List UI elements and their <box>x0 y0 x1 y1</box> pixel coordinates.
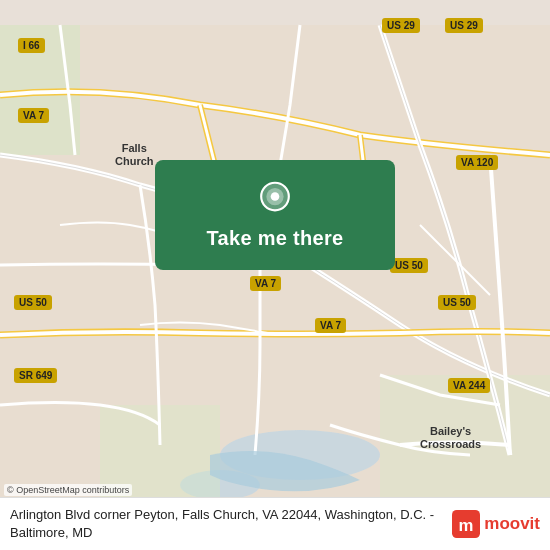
badge-va7-1: VA 7 <box>18 108 49 123</box>
badge-sr649: SR 649 <box>14 368 57 383</box>
badge-va7-2: VA 7 <box>250 276 281 291</box>
osm-attribution: © OpenStreetMap contributors <box>4 484 132 496</box>
label-falls-church: FallsChurch <box>115 142 154 168</box>
badge-us29-2: US 29 <box>445 18 483 33</box>
moovit-logo-icon: m <box>452 510 480 538</box>
badge-us50-2: US 50 <box>390 258 428 273</box>
badge-va120: VA 120 <box>456 155 498 170</box>
badge-va244: VA 244 <box>448 378 490 393</box>
label-baileys-crossroads: Bailey'sCrossroads <box>420 425 481 451</box>
address-text: Arlington Blvd corner Peyton, Falls Chur… <box>10 506 444 542</box>
map-roads <box>0 0 550 550</box>
location-pin-icon <box>256 181 294 219</box>
badge-us29-1: US 29 <box>382 18 420 33</box>
bottom-bar: Arlington Blvd corner Peyton, Falls Chur… <box>0 497 550 550</box>
svg-text:m: m <box>459 515 474 534</box>
moovit-logo-text: moovit <box>484 514 540 534</box>
take-me-there-label: Take me there <box>207 227 344 250</box>
take-me-there-button[interactable]: Take me there <box>155 160 395 270</box>
badge-va7-3: VA 7 <box>315 318 346 333</box>
badge-i66-left: I 66 <box>18 38 45 53</box>
badge-us50-1: US 50 <box>14 295 52 310</box>
svg-point-9 <box>271 192 280 201</box>
badge-us50-3: US 50 <box>438 295 476 310</box>
address-label: Arlington Blvd corner Peyton, Falls Chur… <box>10 507 434 540</box>
moovit-logo: m moovit <box>452 510 540 538</box>
map-container: I 66 I 66 US 29 US 29 VA 7 VA 7 VA 7 US … <box>0 0 550 550</box>
